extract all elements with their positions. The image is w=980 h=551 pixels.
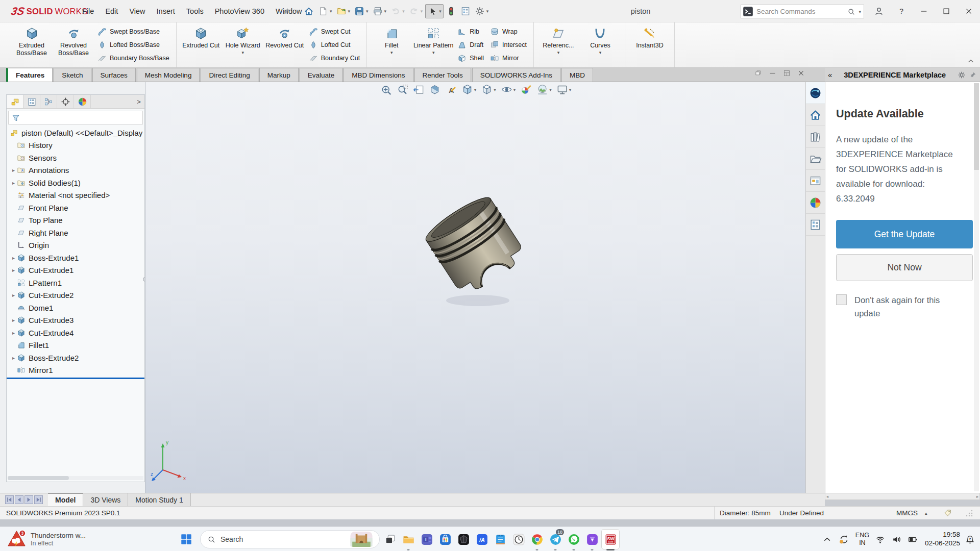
curves-button[interactable]: Curves▾ (579, 24, 621, 66)
marketplace-vertical-scrollbar[interactable] (974, 83, 979, 491)
extruded-cut-button[interactable]: Extruded Cut (180, 24, 222, 66)
login-icon[interactable] (874, 6, 884, 16)
fm-part-tab[interactable] (7, 95, 23, 108)
tree-item-cut-extrude3[interactable]: ▸Cut-Extrude3 (7, 314, 144, 327)
win-close-icon[interactable] (797, 69, 805, 77)
rebuild-button[interactable] (445, 5, 458, 18)
panel-gear-icon[interactable] (958, 71, 966, 79)
minimize-button[interactable] (913, 0, 935, 22)
tab-direct-editing[interactable]: Direct Editing (201, 68, 258, 82)
sync-update-icon[interactable] (839, 534, 849, 545)
hole-wizard-dropdown-icon[interactable]: ▾ (241, 50, 244, 56)
wrap-button[interactable]: Wrap (490, 26, 527, 38)
redo-dropdown-icon[interactable]: ▾ (421, 9, 423, 14)
expander-icon[interactable]: ▸ (10, 317, 17, 323)
previous-view-button[interactable] (412, 84, 424, 95)
tab-evaluate[interactable]: Evaluate (300, 68, 343, 82)
tree-horizontal-scrollbar[interactable] (8, 476, 143, 480)
tree-item-solid-bodies-1[interactable]: ▸Solid Bodies(1) (7, 177, 144, 189)
search-dropdown-icon[interactable]: ▾ (859, 9, 861, 14)
taskbar-search-input[interactable]: Search (200, 530, 380, 548)
options-dropdown-icon[interactable]: ▾ (486, 9, 489, 14)
expander-icon[interactable]: ▸ (10, 267, 17, 273)
intersect-button[interactable]: Intersect (490, 39, 527, 52)
fillet-dropdown-icon[interactable]: ▾ (390, 50, 393, 56)
win-min-icon[interactable] (769, 69, 776, 77)
boundary-cut-button[interactable]: Boundary Cut (309, 52, 360, 65)
doc-tab-3d-views[interactable]: 3D Views (83, 493, 128, 506)
tab-mbd-dimensions[interactable]: MBD Dimensions (344, 68, 413, 82)
tree-item-cut-extrude1[interactable]: ▸Cut-Extrude1 (7, 264, 144, 277)
ribbon-collapse-icon[interactable] (967, 57, 975, 65)
language-indicator[interactable]: ENG IN (855, 532, 869, 547)
win-restore-icon[interactable] (754, 69, 762, 77)
tab-render-tools[interactable]: Render Tools (414, 68, 471, 82)
tree-root[interactable]: piston (Default) <<Default>_Display (7, 127, 144, 139)
rib-button[interactable]: Rib (457, 26, 484, 38)
tp-props-tab[interactable] (806, 214, 825, 236)
dont-ask-checkbox[interactable] (836, 294, 847, 305)
save-dropdown-icon[interactable]: ▾ (366, 9, 369, 14)
zoom-to-fit-button[interactable] (380, 84, 391, 95)
expander-icon[interactable]: ▸ (10, 330, 17, 336)
taskbar-whatsapp[interactable] (565, 527, 583, 551)
hide-show-items-button[interactable]: ▾ (501, 84, 516, 95)
tree-item-fillet1[interactable]: Fillet1 (7, 339, 144, 352)
collapse-panel-icon[interactable]: « (828, 70, 832, 79)
tree-item-sensors[interactable]: Sensors (7, 152, 144, 164)
lofted-cut-button[interactable]: Lofted Cut (309, 39, 360, 52)
apply-scene-dropdown-icon[interactable]: ▾ (549, 87, 552, 92)
not-now-button[interactable]: Not Now (836, 254, 973, 281)
fm-dimxpert-tab[interactable] (57, 95, 74, 108)
curves-dropdown-icon[interactable]: ▾ (599, 50, 602, 56)
graphics-viewport[interactable]: A▾▾▾▾▾ (145, 82, 805, 493)
tag-icon[interactable] (943, 509, 952, 517)
taskbar-microsoft-store[interactable] (436, 527, 454, 551)
view-orientation-dropdown-icon[interactable]: ▾ (474, 87, 477, 92)
panel-pin-icon[interactable] (969, 71, 977, 79)
new-document-dropdown-icon[interactable]: ▾ (330, 9, 332, 14)
open-dropdown-icon[interactable]: ▾ (348, 9, 351, 14)
taskbar-clock-app[interactable] (509, 527, 528, 551)
tree-item-right-plane[interactable]: Right Plane (7, 227, 144, 239)
start-button-icon[interactable] (180, 533, 193, 546)
tp-home-tab[interactable] (806, 104, 825, 126)
view-settings-button[interactable]: ▾ (556, 84, 572, 95)
file-properties-button[interactable] (459, 5, 472, 18)
tray-chevron-up-icon[interactable] (822, 535, 832, 544)
draft-button[interactable]: Draft (457, 39, 484, 52)
fillet-button[interactable]: Fillet▾ (371, 24, 412, 66)
view-settings-dropdown-icon[interactable]: ▾ (569, 87, 572, 92)
search-commands-input[interactable]: Search Commands ▾ (741, 5, 864, 18)
save-button[interactable]: ▾ (353, 5, 370, 18)
expander-icon[interactable]: ▸ (10, 180, 17, 186)
tp-3dx-tab[interactable] (806, 82, 825, 104)
nav-first-icon[interactable] (5, 495, 14, 504)
nav-prev-icon[interactable] (15, 495, 23, 504)
get-update-button[interactable]: Get the Update (836, 220, 973, 248)
tree-item-cut-extrude4[interactable]: ▸Cut-Extrude4 (7, 327, 144, 339)
taskbar-slash-a-app[interactable]: /A (473, 527, 491, 551)
nav-last-icon[interactable] (34, 495, 43, 504)
print-dropdown-icon[interactable]: ▾ (384, 9, 387, 14)
hide-show-items-dropdown-icon[interactable]: ▾ (513, 87, 516, 92)
expander-icon[interactable]: ▸ (10, 167, 17, 173)
options-button[interactable]: ▾ (473, 5, 491, 18)
clock-widget[interactable]: 19:58 02-06-2025 (925, 531, 960, 548)
lofted-boss-base-button[interactable]: Lofted Boss/Base (97, 39, 169, 52)
display-style-button[interactable]: ▾ (481, 84, 496, 95)
units-caret-icon[interactable]: ▴ (925, 511, 927, 516)
tree-item-boss-extrude2[interactable]: ▸Boss-Extrude2 (7, 352, 144, 364)
weather-widget[interactable]: 3 Thunderstorm w... In effect (7, 530, 86, 548)
extruded-boss-base-button[interactable]: Extruded Boss/Base (11, 24, 53, 66)
tp-appearance-tab[interactable] (806, 192, 825, 214)
help-icon[interactable]: ? (896, 6, 906, 16)
menu-tools[interactable]: Tools (181, 0, 209, 22)
piston-model[interactable] (424, 192, 536, 312)
select-dropdown-icon[interactable]: ▾ (439, 9, 442, 14)
taskbar-task-view[interactable] (381, 527, 399, 551)
zoom-to-area-button[interactable] (396, 84, 408, 95)
tree-item-lpattern1[interactable]: LPattern1 (7, 277, 144, 289)
revolved-boss-base-button[interactable]: Revolved Boss/Base (53, 24, 94, 66)
tree-item-origin[interactable]: Origin (7, 239, 144, 252)
